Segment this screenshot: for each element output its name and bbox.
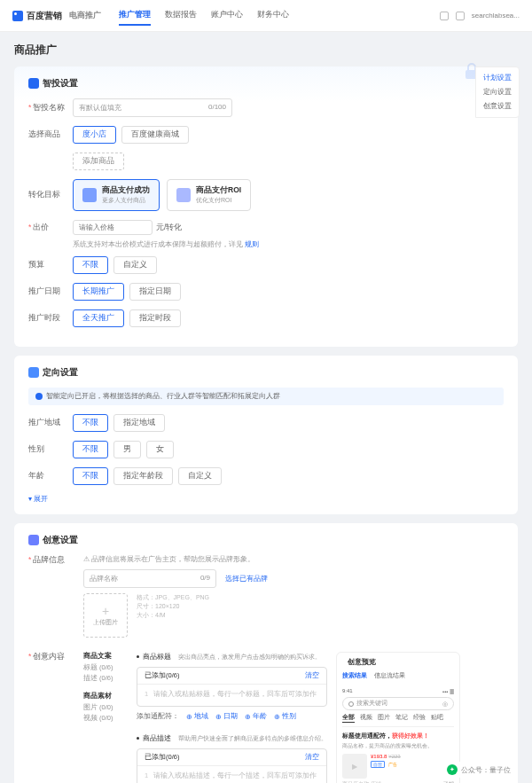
- brand-hint: ⚠ 品牌信息将展示在广告主页，帮助您展示品牌形象。: [83, 555, 504, 564]
- desc-sec-label: 商品描述: [143, 733, 171, 743]
- wildcard-gender[interactable]: ⊕性别: [274, 712, 296, 721]
- select-existing-brand[interactable]: 选择已有品牌: [225, 574, 268, 583]
- target-icon: [28, 367, 39, 378]
- info-icon: [35, 393, 43, 400]
- user-menu[interactable]: searchlabsea...: [472, 12, 520, 20]
- smart-icon: [28, 78, 39, 89]
- label-bid: 出价: [28, 223, 73, 233]
- creative-icon: [28, 535, 39, 545]
- nav-creative[interactable]: 创意设置: [476, 99, 519, 114]
- time-specific[interactable]: 指定时段: [129, 309, 181, 327]
- nav-targeting[interactable]: 定向设置: [476, 85, 519, 99]
- title-clear[interactable]: 清空: [305, 671, 319, 680]
- age-range[interactable]: 指定年龄段: [113, 467, 173, 485]
- preview-result-1: 标题使用通配符，获得好效果！ 商品名称，提升商品的搜索曝光机会。 ▶ ¥193.…: [342, 726, 454, 783]
- add-product-button[interactable]: 添加商品: [73, 153, 124, 170]
- label-age: 年龄: [28, 471, 73, 482]
- brand-logo: 百度营销 电商推广: [12, 10, 101, 22]
- bid-hint: 系统支持对本出价模式进行成本保障与超额赔付，详见 规则: [73, 240, 504, 249]
- desc-textarea[interactable]: 1请输入或粘贴描述，每行一个描述，回车后可添加作: [137, 766, 326, 783]
- label-region: 推广地域: [28, 418, 73, 428]
- brand-image-upload[interactable]: +上传图片: [83, 593, 128, 638]
- upload-formats: 格式：JPG、JPEG、PNG 尺寸：120×120 大小：4/M: [137, 593, 209, 620]
- age-custom[interactable]: 自定义: [178, 467, 222, 485]
- goal-pay-icon: [82, 188, 97, 202]
- goal-pay-success[interactable]: 商品支付成功更多人支付商品: [73, 179, 160, 211]
- wechat-icon: ✦: [447, 764, 458, 775]
- targeting-banner: 智能定向已开启，将根据选择的商品、行业人群等智能匹配和拓展定向人群: [28, 388, 504, 405]
- budget-custom[interactable]: 自定义: [113, 256, 157, 274]
- budget-unlimited[interactable]: 不限: [73, 256, 108, 274]
- label-brand: 品牌信息: [28, 555, 73, 566]
- preview-tab-search[interactable]: 搜索结果: [342, 671, 367, 680]
- label-shop: 选择商品: [28, 129, 73, 140]
- page-title: 商品推广: [14, 43, 518, 58]
- label-gender: 性别: [28, 444, 73, 455]
- gender-female[interactable]: 女: [146, 441, 174, 458]
- preview-search: 搜索关键词◎: [342, 697, 454, 710]
- date-specific[interactable]: 指定日期: [129, 283, 181, 301]
- label-goal: 转化目标: [28, 190, 73, 200]
- wildcard-age[interactable]: ⊕年龄: [245, 712, 267, 721]
- desc-entry-box: 已添加(0/6)清空 1请输入或粘贴描述，每行一个描述，回车后可添加作: [137, 748, 327, 783]
- date-long[interactable]: 长期推广: [73, 283, 124, 301]
- goal-roi-icon: [176, 188, 191, 202]
- wildcard-date[interactable]: ⊕日期: [215, 712, 238, 721]
- goal-roi[interactable]: 商品支付ROI优化支付ROI: [167, 179, 251, 211]
- label-date: 推广日期: [28, 286, 73, 297]
- tab-finance[interactable]: 财务中心: [257, 5, 289, 26]
- label-time: 推广时段: [28, 313, 73, 324]
- tab-account[interactable]: 账户中心: [211, 5, 243, 26]
- gender-male[interactable]: 男: [113, 441, 141, 458]
- logo-icon: [12, 11, 23, 21]
- side-vid-count[interactable]: 视频 (0/0): [83, 714, 128, 723]
- bid-unit: 元/转化: [156, 223, 182, 233]
- top-nav: 推广管理 数据报告 账户中心 财务中心: [119, 5, 289, 26]
- label-content: 创意内容: [28, 652, 73, 662]
- creative-title: 创意设置: [43, 534, 78, 546]
- brand-name-input[interactable]: 品牌名称0/9: [83, 569, 216, 588]
- smart-title: 智投设置: [43, 77, 78, 90]
- title-sec-label: 商品标题: [143, 652, 171, 662]
- region-all[interactable]: 不限: [73, 414, 108, 432]
- desc-clear[interactable]: 清空: [305, 753, 319, 762]
- tab-reports[interactable]: 数据报告: [165, 5, 197, 26]
- targeting-title: 定向设置: [43, 366, 78, 379]
- bid-input[interactable]: [73, 220, 153, 235]
- content-sidebar: 商品文案 标题 (0/6) 描述 (0/6) 商品素材 图片 (0/0) 视频 …: [83, 652, 128, 783]
- search-icon: [348, 701, 354, 707]
- watermark: ✦ 公众号：量子位: [440, 762, 518, 778]
- label-name: 智投名称: [28, 103, 73, 114]
- label-budget: 预算: [28, 260, 73, 270]
- nav-plan[interactable]: 计划设置: [476, 71, 519, 85]
- gender-all[interactable]: 不限: [73, 441, 108, 458]
- notification-icon[interactable]: [440, 12, 449, 20]
- name-input[interactable]: 有默认值填充0/100: [73, 98, 232, 117]
- time-all[interactable]: 全天推广: [73, 309, 124, 327]
- side-img-count[interactable]: 图片 (0/0): [83, 703, 128, 712]
- shop-health[interactable]: 百度健康商城: [121, 126, 189, 144]
- play-icon: ▶: [342, 754, 367, 779]
- shop-duxiaodian[interactable]: 度小店: [73, 126, 116, 144]
- wildcard-region[interactable]: ⊕地域: [186, 712, 208, 721]
- expand-targeting[interactable]: ▾展开: [28, 494, 504, 504]
- rules-link[interactable]: 规则: [245, 240, 259, 248]
- side-title-count[interactable]: 标题 (0/6): [83, 663, 128, 672]
- title-entry-box: 已添加(0/6)清空 1请输入或粘贴标题，每行一个标题，回车后可添加作: [137, 667, 327, 707]
- region-specific[interactable]: 指定地域: [113, 414, 165, 432]
- section-nav: 计划设置 定向设置 创意设置: [475, 67, 520, 118]
- age-all[interactable]: 不限: [73, 467, 108, 485]
- help-icon[interactable]: [456, 12, 465, 20]
- side-desc-count[interactable]: 描述 (0/6): [83, 674, 128, 683]
- preview-tab-feed[interactable]: 信息流结果: [374, 671, 405, 680]
- title-textarea[interactable]: 1请输入或粘贴标题，每行一个标题，回车后可添加作: [137, 685, 326, 706]
- tab-promotion[interactable]: 推广管理: [119, 5, 151, 26]
